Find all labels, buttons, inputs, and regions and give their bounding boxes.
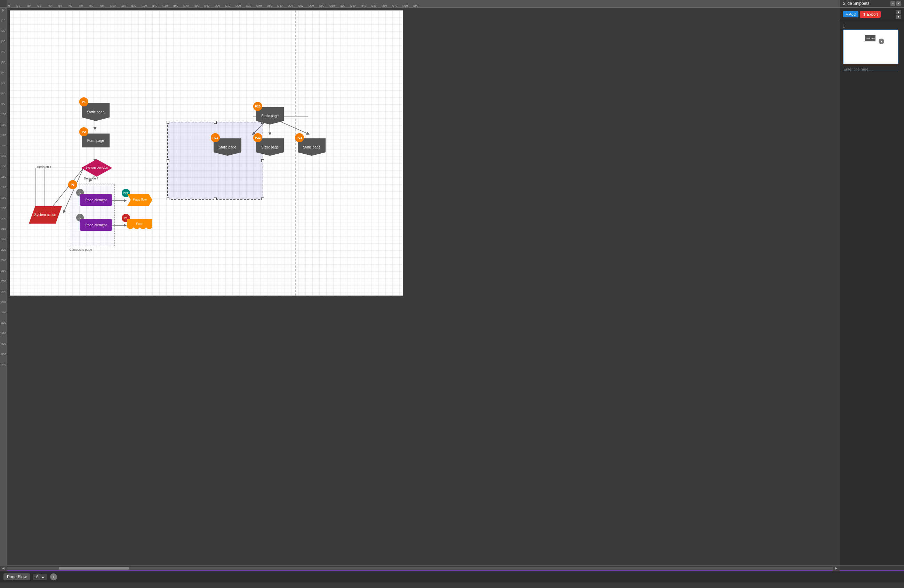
ruler-left-mark: |70: [2, 81, 5, 92]
form-shape[interactable]: Form: [127, 219, 152, 231]
badge-p1: P1: [79, 97, 89, 106]
scroll-left-icon: ◀: [2, 566, 5, 570]
ruler-left-mark: |220: [1, 238, 6, 248]
ruler-svg: [7, 0, 840, 7]
svg-text:System decision: System decision: [85, 166, 108, 169]
composite-page[interactable]: Composite page: [69, 184, 115, 246]
ruler-left-mark: |150: [1, 165, 6, 175]
system-action-svg: System action: [29, 206, 62, 224]
thumbnail-node-2: ◉: [879, 39, 884, 44]
ruler-left-mark: |270: [1, 290, 6, 300]
dashed-vertical-line: [295, 10, 296, 296]
all-dropdown-label: All: [36, 574, 40, 579]
ruler-left-mark: |190: [1, 207, 6, 217]
h-scrollbar-track[interactable]: [7, 567, 833, 569]
panel-arrows: ▲ ▼: [896, 10, 901, 19]
badge-p20: P20: [253, 102, 262, 111]
ruler-left-mark: |120: [1, 134, 6, 144]
canvas[interactable]: P1 Static page P2 Form page System decis…: [10, 10, 403, 296]
ruler-left-mark: |130: [1, 144, 6, 154]
page-flow-shape[interactable]: Page flow: [127, 194, 152, 206]
panel-header-controls: − ✕: [890, 1, 901, 6]
footer: Page Flow All ▲ +: [0, 570, 904, 582]
form-svg: Form: [127, 219, 152, 231]
sel-handle-rm[interactable]: [261, 159, 264, 162]
ruler-left-mark: |280: [1, 300, 6, 311]
scroll-left-btn[interactable]: ◀: [0, 566, 7, 571]
export-icon: ⬆: [863, 12, 866, 17]
panel-header: Slide Snippets − ✕: [840, 0, 904, 7]
ruler-left-mark: |20: [2, 29, 5, 39]
panel-slide-area: 1 Static page ◉: [840, 21, 904, 565]
panel-title: Slide Snippets: [843, 1, 869, 6]
panel-toolbar: + Add ⬆ Export ▲ ▼: [840, 8, 904, 21]
form-page-label: Form page: [87, 139, 104, 143]
system-action[interactable]: System action: [29, 206, 62, 224]
horizontal-scrollbar-row: ◀ ▶: [0, 565, 904, 570]
sel-handle-bm[interactable]: [214, 197, 217, 200]
ruler-left-mark: |230: [1, 248, 6, 259]
panel-minimize-btn[interactable]: −: [890, 1, 895, 6]
add-button[interactable]: + Add: [843, 11, 858, 17]
badge-p21: P21: [211, 133, 220, 142]
add-icon: +: [846, 12, 848, 16]
slide-number: 1: [843, 24, 901, 28]
composite-page-label: Composite page: [69, 248, 92, 251]
ruler-left-mark: |40: [2, 50, 5, 60]
h-scrollbar-thumb[interactable]: [59, 567, 129, 569]
badge-p23: P23: [295, 133, 304, 142]
page-element-2[interactable]: Page element: [81, 219, 112, 231]
ruler-left-mark: |30: [2, 39, 5, 50]
ruler-left-mark: |90: [2, 102, 5, 113]
slide-title-input[interactable]: [843, 66, 898, 73]
system-decision-svg: System decision: [81, 159, 112, 177]
ruler-left-mark: |140: [1, 154, 6, 165]
scroll-right-btn[interactable]: ▶: [833, 566, 840, 571]
sel-handle-tl[interactable]: [167, 121, 169, 124]
svg-text:Page flow: Page flow: [133, 198, 147, 201]
ruler-left-mark: |10: [2, 19, 5, 29]
page-flow-tab[interactable]: Page Flow: [3, 574, 30, 580]
system-decision[interactable]: System decision: [81, 159, 112, 177]
badge-p22: P22: [253, 133, 262, 142]
ruler-left-mark: |290: [1, 311, 6, 321]
add-label: Add: [849, 12, 856, 16]
decision-1-label: Decision 1: [37, 165, 52, 169]
sel-handle-bl[interactable]: [167, 197, 169, 200]
ruler-left-mark: |200: [1, 217, 6, 227]
ruler-left-marks: |0 |10 |20 |30 |40 |50 |60 |70 |80 |90 |…: [0, 8, 6, 374]
ruler-left-mark: |100: [1, 113, 6, 123]
svg-text:Form: Form: [136, 222, 144, 225]
dropdown-arrow-icon: ▲: [41, 575, 44, 579]
badge-p3: P3: [68, 180, 77, 189]
page-element-1[interactable]: Page element: [81, 194, 112, 206]
arrow-down-btn[interactable]: ▼: [896, 14, 901, 19]
ruler-left-mark: |340: [1, 363, 6, 374]
ruler-left-mark: |330: [1, 353, 6, 363]
sel-handle-lm[interactable]: [167, 159, 169, 162]
canvas-scroll-area[interactable]: P1 Static page P2 Form page System decis…: [7, 8, 840, 565]
svg-text:System action: System action: [35, 213, 56, 217]
slide-thumbnail[interactable]: Static page ◉: [843, 30, 898, 64]
add-tab-icon: +: [52, 574, 55, 580]
panel-close-btn[interactable]: ✕: [896, 1, 901, 6]
add-tab-btn[interactable]: +: [50, 574, 57, 580]
ruler-left-mark: |60: [2, 71, 5, 81]
badge-p2: P2: [79, 127, 89, 136]
page-flow-svg: Page flow: [127, 194, 152, 206]
arrow-up-btn[interactable]: ▲: [896, 10, 901, 14]
ruler-left-mark: |0: [2, 8, 5, 19]
scroll-right-icon: ▶: [835, 566, 838, 570]
ruler-top: |0 |10 |20 |30 |40 |50 |60 |70 |80 |90 |…: [7, 0, 840, 7]
ruler-left-mark: |160: [1, 175, 6, 186]
ruler-left-mark: |300: [1, 321, 6, 332]
thumbnail-node-1: Static page: [865, 35, 876, 41]
export-button[interactable]: ⬆ Export: [860, 11, 881, 18]
sel-handle-tm[interactable]: [214, 121, 217, 124]
ruler-left-mark: |320: [1, 342, 6, 353]
ruler-left-mark: |110: [1, 123, 6, 134]
ruler-left-mark: |240: [1, 259, 6, 269]
all-dropdown[interactable]: All ▲: [33, 574, 47, 580]
sel-handle-br[interactable]: [261, 197, 264, 200]
ruler-left-mark: |210: [1, 227, 6, 238]
